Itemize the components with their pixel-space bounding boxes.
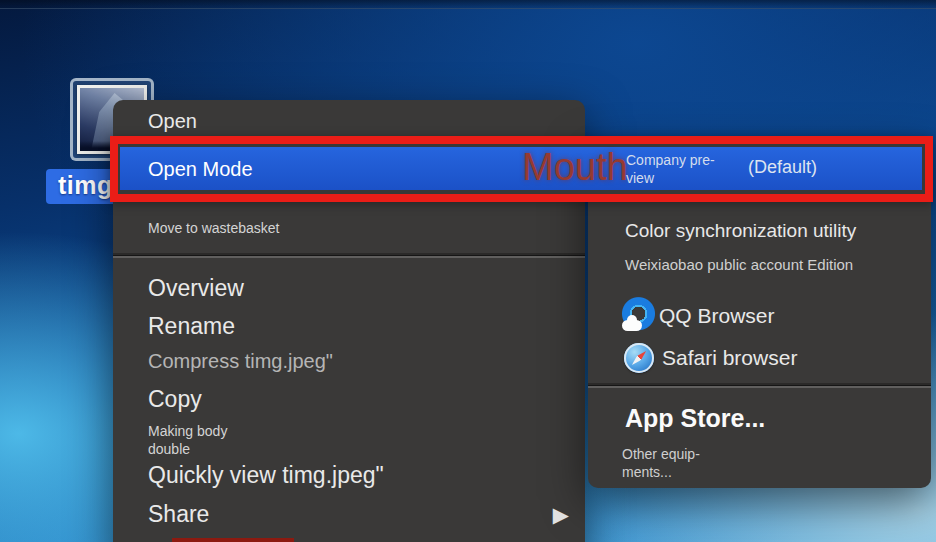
qq-cloud-shape (622, 320, 642, 331)
annotation-bottom-mark (172, 538, 294, 542)
share-label: Share (148, 501, 209, 528)
menu-item-compress[interactable]: Compress timg.jpeg" (148, 350, 333, 373)
submenu-item-safari[interactable]: Safari browser (624, 343, 797, 373)
menu-item-copy[interactable]: Copy (148, 386, 202, 413)
menu-item-share[interactable]: Share ▶ (148, 501, 569, 528)
menu-item-quickly-view[interactable]: Quickly view timg.jpeg" (148, 462, 384, 489)
annotation-overlay-text: Mouth (522, 145, 628, 188)
submenu-item-qq-browser[interactable]: QQ Browser (620, 297, 775, 334)
menu-item-making-body-double[interactable]: Making body double (148, 422, 266, 458)
submenu-item-company-preview[interactable]: Company pre-view (626, 151, 728, 187)
compass-needle (630, 349, 648, 367)
annotation-red-box: Open Mode Mouth Company pre-view (Defaul… (110, 136, 933, 202)
submenu-item-color-sync-utility[interactable]: Color synchronization utility (625, 220, 856, 242)
default-suffix-label: (Default) (748, 157, 817, 178)
submenu-item-app-store[interactable]: App Store... (625, 404, 765, 433)
qq-browser-label: QQ Browser (659, 304, 775, 328)
menu-item-open-mode[interactable]: Open Mode (148, 157, 253, 180)
submenu-separator (588, 383, 931, 390)
open-mode-highlight-row[interactable]: Open Mode Mouth Company pre-view (Defaul… (120, 147, 922, 190)
menu-item-open[interactable]: Open (148, 110, 197, 133)
menu-item-overview[interactable]: Overview (148, 275, 244, 302)
menu-item-rename[interactable]: Rename (148, 313, 235, 340)
submenu-item-other-equipments[interactable]: Other equip-ments... (622, 445, 736, 481)
menu-separator (113, 253, 585, 260)
submenu-arrow-icon: ▶ (553, 504, 569, 525)
menu-item-move-to-wastebasket[interactable]: Move to wastebasket (148, 220, 280, 236)
safari-label: Safari browser (662, 346, 797, 370)
wallpaper-top-band (0, 0, 936, 9)
submenu-item-weixiaobao[interactable]: Weixiaobao public account Edition (625, 256, 877, 274)
qq-browser-icon (620, 297, 657, 334)
safari-icon (624, 343, 654, 373)
